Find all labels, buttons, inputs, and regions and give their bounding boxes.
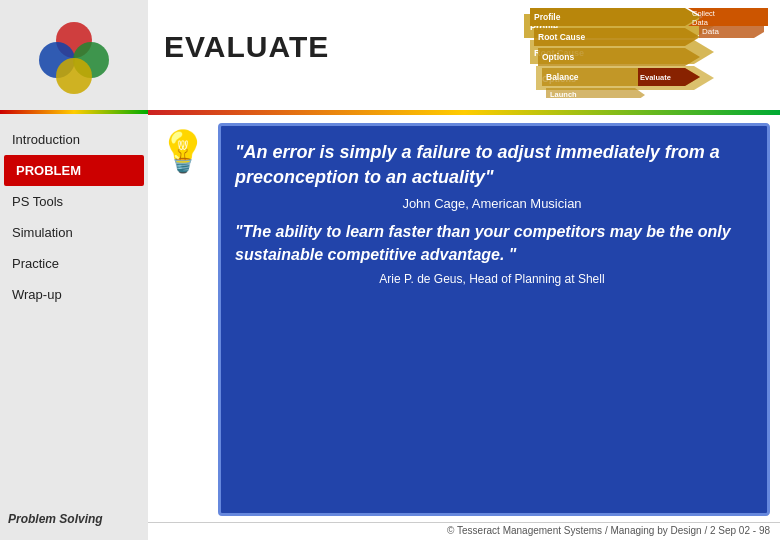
- sidebar-nav: Introduction PROBLEM PS Tools Simulation…: [0, 114, 148, 502]
- main-content: EVALUATE Profile Collect Data Root Cause…: [148, 0, 780, 540]
- quote-card: "An error is simply a failure to adjust …: [218, 123, 770, 516]
- sidebar-item-simulation[interactable]: Simulation: [0, 217, 148, 248]
- sidebar-bottom-label: Problem Solving: [0, 502, 148, 540]
- svg-text:Launch: Launch: [550, 90, 577, 98]
- footer: © Tesseract Management Systems / Managin…: [148, 522, 780, 540]
- nav-diagram-labels: Profile Collect Data Root Cause Options …: [530, 6, 768, 102]
- sidebar-logo: [0, 0, 148, 110]
- quote-2-attribution: Arie P. de Geus, Head of Planning at She…: [235, 272, 749, 286]
- logo-circles: [39, 22, 109, 92]
- bulb-area: 💡: [158, 123, 210, 516]
- sidebar-item-problem[interactable]: PROBLEM: [4, 155, 144, 186]
- sidebar-item-ps-tools[interactable]: PS Tools: [0, 186, 148, 217]
- quote-2-text: "The ability to learn faster than your c…: [235, 221, 749, 266]
- sidebar-item-introduction[interactable]: Introduction: [0, 124, 148, 155]
- svg-text:Data: Data: [692, 18, 709, 27]
- svg-text:Options: Options: [542, 52, 574, 62]
- sidebar: Introduction PROBLEM PS Tools Simulation…: [0, 0, 148, 540]
- content-area: 💡 "An error is simply a failure to adjus…: [148, 123, 780, 522]
- svg-text:Root Cause: Root Cause: [538, 32, 586, 42]
- svg-text:Profile: Profile: [534, 12, 561, 22]
- circle-yellow: [56, 58, 92, 94]
- svg-text:Evaluate: Evaluate: [640, 73, 671, 82]
- lightbulb-icon: 💡: [158, 131, 208, 171]
- sidebar-item-practice[interactable]: Practice: [0, 248, 148, 279]
- svg-text:Balance: Balance: [546, 72, 579, 82]
- page-title: EVALUATE: [164, 10, 329, 64]
- quote-1-text: "An error is simply a failure to adjust …: [235, 140, 749, 190]
- quote-1-attribution: John Cage, American Musician: [235, 196, 749, 211]
- header-bar: [148, 110, 780, 115]
- sidebar-item-wrap-up[interactable]: Wrap-up: [0, 279, 148, 310]
- svg-text:Collect: Collect: [692, 9, 716, 18]
